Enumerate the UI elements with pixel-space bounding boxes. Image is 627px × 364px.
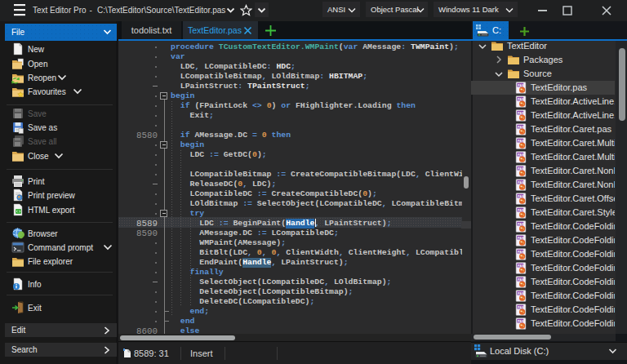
- svg-text:PAS: PAS: [518, 291, 524, 295]
- svg-text:PAS: PAS: [518, 125, 524, 129]
- svg-text:PAS: PAS: [518, 153, 524, 157]
- svg-text:PAS: PAS: [518, 222, 524, 226]
- svg-text:PAS: PAS: [518, 208, 524, 212]
- svg-text:PAS: PAS: [518, 194, 524, 198]
- svg-text:PAS: PAS: [518, 180, 524, 184]
- svg-text:PAS: PAS: [518, 111, 524, 115]
- svg-text:PAS: PAS: [518, 319, 524, 323]
- svg-text:PAS: PAS: [518, 139, 524, 143]
- svg-text:PAS: PAS: [518, 166, 524, 171]
- svg-text:PAS: PAS: [518, 236, 524, 240]
- svg-text:PAS: PAS: [518, 305, 524, 309]
- svg-text:PAS: PAS: [518, 277, 524, 282]
- svg-text:PAS: PAS: [518, 83, 524, 87]
- svg-text:PAS: PAS: [518, 264, 524, 268]
- svg-text:PAS: PAS: [518, 250, 524, 254]
- svg-text:PAS: PAS: [518, 97, 524, 101]
